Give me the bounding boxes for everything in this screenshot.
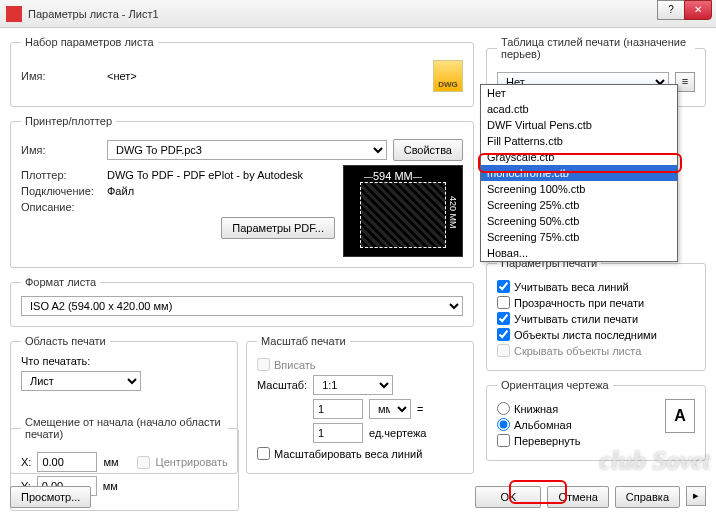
orient-legend: Ориентация чертежа (497, 379, 613, 391)
window-title: Параметры листа - Лист1 (28, 8, 159, 20)
scale-label: Масштаб: (257, 379, 307, 391)
paper-size-select[interactable]: ISO A2 (594.00 x 420.00 мм) (21, 296, 463, 316)
paperspace-checkbox[interactable] (497, 328, 510, 341)
plotter-label: Плоттер: (21, 169, 101, 181)
conn-label: Подключение: (21, 185, 101, 197)
pdf-options-button[interactable]: Параметры PDF... (221, 217, 335, 239)
help-button[interactable]: Справка (615, 486, 680, 508)
x-input[interactable] (37, 452, 97, 472)
print-options-group: Параметры печати Учитывать веса линий Пр… (486, 257, 706, 371)
scale-legend: Масштаб печати (257, 335, 350, 347)
equals-label: = (417, 403, 423, 415)
fit-checkbox (257, 358, 270, 371)
printer-group: Принтер/плоттер Имя: DWG To PDF.pc3 Свой… (10, 115, 474, 268)
paper-preview: —594 MM— 420 MM (343, 165, 463, 257)
x-label: X: (21, 456, 31, 468)
orientation-icon: A (665, 399, 695, 433)
edit-style-button[interactable]: ≡ (675, 72, 695, 92)
dropdown-item[interactable]: acad.ctb (481, 101, 677, 117)
fit-label: Вписать (274, 359, 316, 371)
conn-value: Файл (107, 185, 134, 197)
page-set-name-value: <нет> (107, 70, 137, 82)
denom-unit-label: ед.чертежа (369, 427, 426, 439)
cancel-button[interactable]: Отмена (547, 486, 608, 508)
close-button[interactable]: ✕ (684, 0, 712, 20)
printer-name-label: Имя: (21, 144, 101, 156)
printer-properties-button[interactable]: Свойства (393, 139, 463, 161)
scale-select[interactable]: 1:1 (313, 375, 393, 395)
plotter-value: DWG To PDF - PDF ePlot - by Autodesk (107, 169, 303, 181)
dropdown-item[interactable]: Screening 100%.ctb (481, 181, 677, 197)
scale-unit-select[interactable]: мм (369, 399, 411, 419)
styles-legend: Таблица стилей печати (назначение перьев… (497, 36, 695, 60)
scale-lw-checkbox[interactable] (257, 447, 270, 460)
dropdown-item[interactable]: Screening 50%.ctb (481, 213, 677, 229)
lw-checkbox[interactable] (497, 280, 510, 293)
plot-style-dropdown[interactable]: Нет acad.ctb DWF Virtual Pens.ctb Fill P… (480, 84, 678, 262)
what-print-label: Что печатать: (21, 355, 227, 367)
page-set-name-label: Имя: (21, 70, 101, 82)
dropdown-item[interactable]: Нет (481, 85, 677, 101)
styles-checkbox[interactable] (497, 312, 510, 325)
scale-num-input[interactable] (313, 399, 363, 419)
page-set-group: Набор параметров листа Имя: <нет> DWG (10, 36, 474, 107)
dropdown-item[interactable]: Новая... (481, 245, 677, 261)
desc-label: Описание: (21, 201, 101, 213)
scale-denom-input[interactable] (313, 423, 363, 443)
dropdown-item[interactable]: DWF Virtual Pens.ctb (481, 117, 677, 133)
plot-scale-group: Масштаб печати Вписать Масштаб:1:1 мм = … (246, 335, 474, 474)
printer-legend: Принтер/плоттер (21, 115, 116, 127)
preview-button[interactable]: Просмотр... (10, 486, 91, 508)
x-unit: мм (103, 456, 118, 468)
dropdown-item[interactable]: Grayscale.ctb (481, 149, 677, 165)
transp-checkbox[interactable] (497, 296, 510, 309)
landscape-radio[interactable] (497, 418, 510, 431)
upside-checkbox[interactable] (497, 434, 510, 447)
dropdown-item-selected[interactable]: monochrome.ctb (481, 165, 677, 181)
scale-lw-label: Масштабировать веса линий (274, 448, 422, 460)
portrait-radio[interactable] (497, 402, 510, 415)
orientation-group: Ориентация чертежа Книжная Альбомная Пер… (486, 379, 706, 461)
titlebar: Параметры листа - Лист1 ? ✕ (0, 0, 716, 28)
app-icon (6, 6, 22, 22)
page-set-legend: Набор параметров листа (21, 36, 158, 48)
dropdown-item[interactable]: Screening 25%.ctb (481, 197, 677, 213)
paper-group: Формат листа ISO A2 (594.00 x 420.00 мм) (10, 276, 474, 327)
preview-width: —594 MM— (364, 170, 422, 182)
area-legend: Область печати (21, 335, 110, 347)
printer-select[interactable]: DWG To PDF.pc3 (107, 140, 387, 160)
dropdown-item[interactable]: Screening 75%.ctb (481, 229, 677, 245)
preview-height: 420 MM (448, 196, 458, 229)
center-checkbox (137, 456, 150, 469)
ok-button[interactable]: OK (475, 486, 541, 508)
expand-button[interactable]: ▸ (686, 486, 706, 506)
help-button[interactable]: ? (657, 0, 685, 20)
paper-legend: Формат листа (21, 276, 100, 288)
hide-checkbox (497, 344, 510, 357)
center-label: Центрировать (156, 456, 228, 468)
dwg-icon: DWG (433, 60, 463, 92)
what-print-select[interactable]: Лист (21, 371, 141, 391)
dropdown-item[interactable]: Fill Patterns.ctb (481, 133, 677, 149)
